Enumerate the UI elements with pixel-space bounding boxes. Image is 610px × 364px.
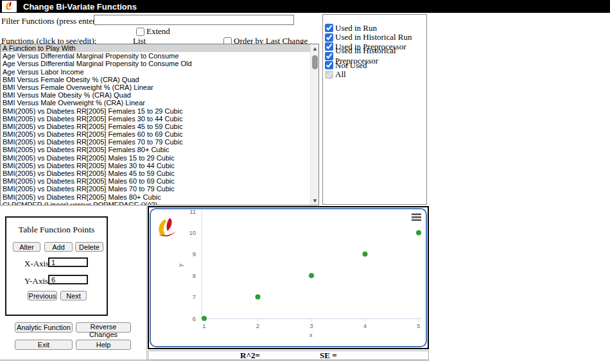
function-list-item[interactable]: BMI(2005) vs Diabetes RR[2005] Males 30 … (1, 162, 318, 169)
list-scrollbar[interactable]: ▲ ▼ (310, 44, 318, 205)
y-tick-label: 9 (193, 250, 196, 257)
function-list-item[interactable]: A Function to Play With (1, 44, 318, 52)
extend-checkbox[interactable] (136, 28, 144, 36)
editor-section: Table Function Points Alter Add Delete X… (0, 206, 429, 361)
chart-column: 1234567891011xy R^2= SE = (148, 206, 429, 360)
data-point[interactable] (256, 295, 261, 300)
x-tick-label: 5 (417, 322, 420, 329)
used-in-preprocessor-checkbox[interactable] (325, 42, 333, 51)
scrollbar-thumb[interactable] (312, 55, 318, 69)
app-logo (2, 1, 17, 12)
data-point[interactable] (202, 316, 207, 321)
function-list-item[interactable]: CLPCMDER (Linear) versus POPMEDAGE (X^2) (1, 201, 318, 205)
filter-used-in-historical-preprocessor[interactable]: Used in Historical Preprocessor (325, 52, 426, 60)
help-button[interactable]: Help (76, 340, 131, 350)
function-list-item[interactable]: BMI(2005) vs Diabetes RR[2005] Females 1… (1, 107, 318, 115)
y-tick-label: 11 (189, 209, 196, 215)
y-axis-label: Y-Axis (24, 276, 48, 286)
function-list-item[interactable]: BMI(2005) vs Diabetes RR[2005] Males 45 … (1, 169, 318, 177)
chart-logo-icon (158, 218, 175, 236)
alter-button[interactable]: Alter (13, 242, 40, 252)
y-tick-label: 10 (189, 229, 196, 236)
data-point[interactable] (363, 252, 368, 257)
panel-title: Table Function Points (6, 225, 107, 235)
filter-used-in-historical-run[interactable]: Used in Historical Run (325, 33, 426, 42)
r-squared-label: R^2= (240, 351, 260, 360)
x-tick-label: 3 (309, 322, 313, 329)
all-checkbox[interactable] (325, 71, 333, 79)
chart-container: 1234567891011xy (148, 206, 429, 349)
y-tick-label: 7 (193, 293, 196, 300)
table-function-points-panel: Table Function Points Alter Add Delete X… (5, 216, 108, 316)
stats-bar: R^2= SE = (148, 351, 429, 360)
function-chart: 1234567891011xy (150, 208, 427, 347)
y-axis-title: y (177, 263, 184, 266)
data-point[interactable] (416, 230, 421, 235)
function-list-item[interactable]: BMI Versus Female Overweight % (CRA) Lin… (1, 83, 318, 91)
function-list-item[interactable]: BMI(2005) vs Diabetes RR[2005] Females 3… (1, 115, 318, 123)
previous-button[interactable]: Previous (28, 291, 57, 300)
y-tick-label: 6 (193, 315, 196, 322)
function-list-item[interactable]: BMI(2005) vs Diabetes RR[2005] Males 60 … (1, 177, 318, 185)
function-list-item[interactable]: Age Versus Differential Marginal Propens… (1, 60, 318, 67)
function-list-item[interactable]: BMI(2005) vs Diabetes RR[2005] Males 70 … (1, 185, 318, 193)
filter-functions-input[interactable] (94, 15, 294, 25)
standard-error-label: SE = (320, 351, 337, 360)
data-point[interactable] (309, 273, 314, 278)
not-used-checkbox[interactable] (325, 61, 333, 69)
x-tick-label: 1 (202, 322, 205, 329)
used-in-historical-run-checkbox[interactable] (325, 33, 333, 42)
function-list-item[interactable]: BMI(2005) vs Diabetes RR[2005] Females 7… (1, 138, 318, 146)
delete-button[interactable]: Delete (75, 242, 103, 252)
hamburger-icon[interactable] (412, 214, 421, 221)
function-list-item[interactable]: BMI Versus Male Overweight % (CRA) Linea… (1, 99, 318, 107)
scroll-up-icon[interactable]: ▲ (311, 44, 319, 53)
next-button[interactable]: Next (60, 291, 87, 300)
filter-used-in-run[interactable]: Used in Run (325, 24, 426, 32)
function-list-item[interactable]: BMI(2005) vs Diabetes RR[2005] Females 8… (1, 146, 318, 153)
function-list-item[interactable]: BMI Versus Female Obesity % (CRA) Quad (1, 76, 318, 83)
exit-button[interactable]: Exit (15, 340, 73, 350)
function-list-item[interactable]: BMI(2005) vs Diabetes RR[2005] Males 15 … (1, 154, 318, 162)
x-tick-label: 2 (256, 322, 259, 329)
extend-option[interactable]: Extend (136, 26, 170, 37)
x-axis-field[interactable] (48, 257, 88, 267)
analytic-function-button[interactable]: Analytic Function (15, 322, 73, 333)
checkbox-label: All (335, 69, 346, 80)
function-list-item[interactable]: Age Versus Labor Income (1, 68, 318, 76)
x-tick-label: 4 (363, 322, 367, 329)
function-list-item[interactable]: BMI(2005) vs Diabetes RR[2005] Females 6… (1, 130, 318, 138)
function-list-item[interactable]: BMI(2005) vs Diabetes RR[2005] Males 80+… (1, 193, 318, 201)
reverse-changes-button[interactable]: Reverse Changes (76, 322, 131, 333)
title-bar: Change Bi-Variate Functions (0, 0, 610, 13)
x-axis-title: x (309, 331, 313, 338)
x-axis-label: X-Axis (24, 259, 49, 269)
window-title: Change Bi-Variate Functions (23, 2, 137, 12)
add-button[interactable]: Add (44, 242, 73, 252)
filter-all[interactable]: All (325, 71, 426, 79)
change-bivariate-functions-window: Change Bi-Variate Functions Filter Funct… (0, 0, 610, 364)
used-in-run-checkbox[interactable] (325, 24, 333, 32)
function-list-item[interactable]: Age Versus Differential Marginal Propens… (1, 52, 318, 60)
filter-functions-label: Filter Functions (press enter): (1, 16, 100, 26)
flame-logo-icon (3, 1, 15, 12)
extend-label: Extend (146, 26, 170, 37)
function-list-item[interactable]: BMI(2005) vs Diabetes RR[2005] Females 4… (1, 123, 318, 130)
function-list-item[interactable]: BMI Versus Male Obesity % (CRA) Quad (1, 91, 318, 99)
usage-filter-panel: Used in Run Used in Historical Run Used … (322, 14, 427, 205)
y-tick-label: 8 (193, 272, 196, 279)
y-axis-field[interactable] (48, 275, 88, 284)
scroll-down-icon[interactable]: ▼ (311, 196, 319, 205)
point-editor-column: Table Function Points Alter Add Delete X… (0, 206, 147, 360)
functions-listbox[interactable]: A Function to Play With Age Versus Diffe… (0, 44, 319, 205)
functions-section: Filter Functions (press enter): Extend F… (0, 13, 610, 206)
used-in-historical-preprocessor-checkbox[interactable] (325, 52, 333, 60)
